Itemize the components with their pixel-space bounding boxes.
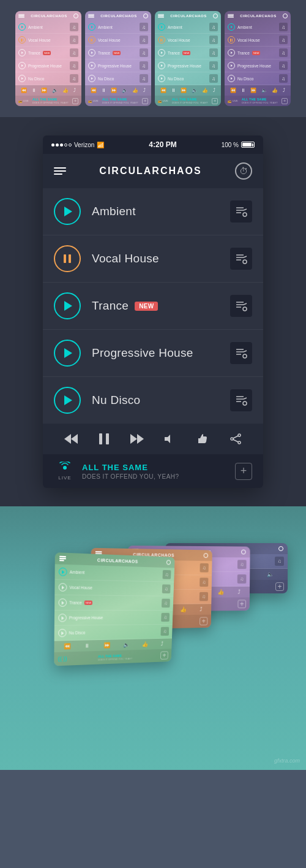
mini-track-label: Ambient [28, 25, 43, 29]
mini-track-row[interactable]: Nu Disco ♫ [15, 72, 81, 85]
mini-track-row[interactable]: Trance NEW ♫ [225, 47, 291, 59]
sc-track-label: Progressive House [69, 615, 103, 620]
play-button-ambient[interactable] [54, 198, 81, 225]
mini-play-btn[interactable] [228, 75, 235, 82]
playlist-icon-nu-disco[interactable] [230, 389, 252, 411]
playlist-icon-progressive-house[interactable] [230, 342, 252, 364]
track-info-vocal-house: Vocal House [92, 252, 230, 265]
mini-play-btn[interactable] [88, 62, 95, 69]
mini-note-icon: ♫ [209, 61, 218, 70]
mini-play-btn[interactable] [18, 23, 26, 31]
main-phone: Verizon 📶 4:20 PM 100 % CIRCULARCHAOS ⏱ [43, 135, 263, 488]
mini-track-row[interactable]: Vocal House ♫ [85, 34, 151, 47]
mini-add-btn[interactable]: + [212, 98, 218, 104]
sc-add-btn[interactable]: + [200, 617, 207, 626]
mini-pause-btn[interactable] [158, 36, 165, 44]
mini-play-btn[interactable] [18, 49, 26, 56]
hamburger-menu-button[interactable] [54, 167, 66, 175]
forward-button[interactable] [130, 434, 144, 444]
sc-play-btn[interactable] [59, 568, 67, 576]
mini-track-row[interactable]: Progressive House ♫ [15, 59, 81, 72]
track-row-ambient[interactable]: Ambient [43, 188, 263, 235]
mini-track-row[interactable]: Nu Disco ♫ [225, 72, 291, 85]
pause-button[interactable] [99, 433, 109, 444]
mini-pause-btn[interactable] [18, 36, 26, 44]
sc-play-btn[interactable] [58, 598, 67, 607]
mini-track-row[interactable]: Nu Disco ♫ [155, 72, 221, 85]
mini-track-label: Nu Disco [28, 77, 44, 81]
sc-track-label: Nu Disco [69, 630, 86, 635]
mini-track-row[interactable]: Vocal House ♫ [15, 34, 81, 47]
top-variants-section: CIRCULARCHAOS Ambient ♫ Vocal House ♫ [0, 0, 306, 117]
signal-dot-5 [69, 143, 72, 147]
svg-marker-26 [64, 434, 71, 444]
mini-track-row[interactable]: Vocal House ♫ [155, 34, 221, 47]
sc-track-row[interactable]: Vocal House ♫ [54, 580, 174, 596]
sc-add-btn[interactable]: + [160, 651, 168, 660]
mini-track-row[interactable]: Progressive House ♫ [155, 59, 221, 72]
mini-menu-icon [18, 14, 24, 18]
sc-play-btn[interactable] [59, 583, 67, 592]
mini-track-row[interactable]: Vocal House ♫ [225, 34, 291, 47]
sc-note-icon: ♫ [200, 592, 208, 601]
mini-track-row[interactable]: Ambient ♫ [85, 21, 151, 34]
mini-track-row[interactable]: Ambient ♫ [225, 21, 291, 34]
sc-track-row[interactable]: Trance NEW ♫ [54, 595, 173, 611]
mini-play-btn[interactable] [88, 49, 95, 56]
share-button[interactable] [230, 433, 242, 444]
mini-track-row[interactable]: Nu Disco ♫ [85, 72, 151, 85]
mini-play-btn[interactable] [18, 75, 26, 82]
track-name-ambient: Ambient [92, 205, 136, 218]
mini-play-btn[interactable] [158, 49, 165, 56]
mini-play-btn[interactable] [88, 75, 95, 82]
play-button-progressive-house[interactable] [54, 340, 81, 367]
play-button-nu-disco[interactable] [54, 387, 81, 414]
rewind-button[interactable] [64, 434, 78, 444]
track-row-progressive-house[interactable]: Progressive House [43, 330, 263, 377]
sc-track-row[interactable]: Progressive House ♫ [54, 611, 173, 626]
track-row-trance[interactable]: TranceNEW [43, 283, 263, 330]
mini-track-row[interactable]: Ambient ♫ [155, 21, 221, 34]
mini-track-row[interactable]: Ambient ♫ [15, 21, 81, 34]
mini-track-label: Progressive House [168, 64, 201, 68]
playlist-icon-ambient[interactable] [230, 200, 252, 223]
play-button-trance[interactable] [54, 292, 81, 319]
now-playing-bar: LIVE ALL THE SAME DOES IT OFFEND YOU, YE… [43, 454, 263, 488]
like-button[interactable] [197, 433, 208, 444]
mini-play-btn[interactable] [158, 23, 165, 31]
volume-button[interactable] [165, 434, 176, 444]
playlist-icon-vocal-house[interactable] [230, 248, 252, 270]
sc-note-icon: ♫ [162, 584, 171, 593]
mini-track-row[interactable]: Trance NEW ♫ [155, 47, 221, 59]
mini-track-row[interactable]: Progressive House ♫ [85, 59, 151, 72]
mini-play-btn[interactable] [228, 62, 235, 69]
pause-button-vocal-house[interactable] [54, 245, 81, 272]
track-name-trance: TranceNEW [92, 299, 158, 312]
mini-play-btn[interactable] [158, 62, 165, 69]
mini-play-btn[interactable] [18, 62, 26, 69]
sc-add-btn[interactable]: + [237, 600, 246, 608]
mini-add-btn[interactable]: + [142, 98, 148, 104]
sc-add-btn[interactable]: + [275, 582, 284, 591]
track-row-nu-disco[interactable]: Nu Disco [43, 377, 263, 424]
mini-track-row[interactable]: Progressive House ♫ [225, 59, 291, 72]
svg-rect-27 [99, 433, 102, 444]
song-details: ALL THE SAME DOES IT OFFEND YOU, YEAH? [82, 463, 229, 480]
mini-pause-btn[interactable] [228, 36, 235, 44]
sc-play-btn[interactable] [58, 629, 67, 638]
mini-play-btn[interactable] [228, 49, 235, 56]
mini-play-btn[interactable] [228, 23, 235, 31]
track-row-vocal-house[interactable]: Vocal House [43, 235, 263, 283]
playlist-icon-trance[interactable] [230, 295, 252, 317]
mini-track-label: Progressive House [98, 64, 132, 68]
mini-track-row[interactable]: Trance NEW ♫ [85, 47, 151, 59]
mini-pause-btn[interactable] [88, 36, 95, 44]
mini-track-row[interactable]: Trance NEW ♫ [15, 47, 81, 59]
mini-add-btn[interactable]: + [282, 98, 288, 104]
sc-play-btn[interactable] [58, 614, 67, 622]
mini-add-btn[interactable]: + [72, 98, 78, 104]
mini-play-btn[interactable] [88, 23, 95, 31]
mini-play-btn[interactable] [158, 75, 165, 82]
add-to-playlist-button[interactable]: + [235, 463, 252, 480]
clock-button[interactable]: ⏱ [235, 162, 252, 180]
